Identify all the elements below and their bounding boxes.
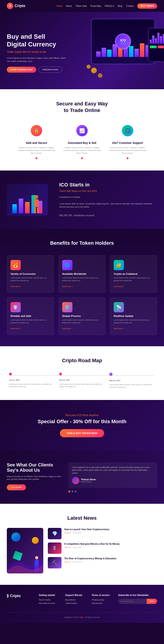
testimonial-right: Cras vestibulum at us amet amet sollicit… [68,462,157,492]
benefit-currencies-title: Variety of Currencies [10,272,50,275]
ico-percent: +2.4% [120,42,126,44]
navbar: ₿ Cripto Home About Token Sale Road Map … [0,0,164,12]
news-title-2[interactable]: 5 Competitors that give Bitcoin a Run fo… [64,542,120,546]
footer-bottom: Copyright © 2021 Cripto . All rights res… [7,612,157,618]
hero-visual: ICO +2.4% BUY SELL [73,14,164,87]
testimonial-left: See What Our Clients Say's About Us Etia… [7,462,62,492]
news-title-3[interactable]: The Rise of Cryptocurrency Mining in Edu… [64,557,116,560]
news-thumb-1: 💎 [48,528,62,539]
benefit-realtime-title: Realtime Update [114,314,154,317]
benefit-simple-link[interactable]: Read More > [62,328,73,330]
benefit-worldwide-link[interactable]: Read More > [62,286,73,288]
feature-safe: 🔒 Safe and Secure Vivamus rhoncus purus,… [16,123,57,159]
benefit-collateral-link[interactable]: Read More > [114,286,124,288]
news-section: Latest News [0,504,164,585]
nav-blog[interactable]: Blog [118,5,122,7]
dot-2[interactable] [72,490,73,492]
newsletter-input-group: SEND [118,599,157,604]
footer-col1-title: Getting started [39,594,60,596]
phone-screen: BUY SELL [148,28,164,62]
nav-pages[interactable]: PAGES ▾ [104,5,114,7]
benefit-reliable-link[interactable]: Read More > [10,328,21,330]
news-cat-3: ethereum [64,561,71,563]
newsletter-email-input[interactable] [118,599,147,604]
footer-link-need[interactable]: You need to know [39,602,60,604]
footer-link-how[interactable]: How it works [39,599,60,601]
realtime-icon: 📡 [114,302,124,312]
footer-brand-link[interactable]: Cripto [78,616,83,618]
benefit-simple: ⚙️ Simple Process Lorem ipsum dolor sit … [58,297,106,335]
roadmap-dot-2 [59,373,62,376]
start-trading-button[interactable]: START TRADING NOW [7,67,36,72]
news-meta-3: ethereum 21 Aug 2021 [64,561,116,563]
dot-3[interactable] [75,490,76,492]
benefits-title: Benefits for Token Holders [7,240,157,246]
join-buy-button[interactable]: JOIN & BUY TOKEN NOW [60,429,104,437]
news-title-1[interactable]: How to Launch Your Own Cryptocurrency [64,528,109,531]
benefit-currencies-body: Lorem ipsum dolor sit amet, viverra lacu… [10,276,50,282]
roadmap-dot-3 [109,373,112,376]
roadmap-date-1: Jan 01, 2021 [9,379,55,381]
ico-content: ICO Starts in Token Will Starts on Dec 3… [59,182,157,218]
buy-token-button[interactable]: BUY TOKEN [137,4,157,9]
nav-contact[interactable]: Contact [126,5,134,7]
news-item-1: 💎 How to Launch Your Own Cryptocurrency … [48,528,157,539]
news-visual [7,528,43,574]
phone-buy: BUY [150,46,157,48]
news-content-1: How to Launch Your Own Cryptocurrency et… [64,528,109,534]
roadmap-text-2: Lorem ipsum dolor sit amet, viverra lacu… [59,383,105,388]
roadmap-section: Cripto Road Map Jan 01, 2021 Lorem ipsum… [0,346,164,400]
currencies-icon: 💰 [10,260,21,270]
presentation-button[interactable]: PRESENTATION [38,66,62,73]
coin-3 [86,65,91,69]
news-thumb-2: ₿ [48,542,62,554]
benefit-reliable-body: Lorem ipsum dolor sit amet, viverra lacu… [10,319,50,324]
newsletter-send-button[interactable]: SEND [147,599,157,604]
benefit-currencies-link[interactable]: Read More > [10,286,21,288]
nav-road-map[interactable]: Road Map [90,5,101,7]
benefit-simple-title: Simple Process [62,314,102,317]
news-date-2: 19 Aug 2021 [72,546,82,548]
chart-icon: 📈 [76,125,88,136]
footer-link-buy[interactable]: Buy Bitcoin [65,599,87,601]
news-list: 💎 How to Launch Your Own Cryptocurrency … [48,528,157,574]
footer-link-disclosures[interactable]: Disclosures [92,602,114,604]
testimonial-text: Cras vestibulum at us amet amet sollicit… [72,466,154,475]
feature-safe-body: Vivamus rhoncus purus, vulputate a sagit… [16,146,57,154]
reliable-icon: 🛡️ [10,302,21,312]
support-icon: 🎧 [120,123,136,139]
dot-1[interactable] [68,490,70,492]
feature-safe-title: Safe and Secure [16,141,57,144]
footer-logo-text: Cripto [10,594,21,598]
news-content-2: 5 Competitors that give Bitcoin a Run fo… [64,542,120,548]
footer-col3-title: Terms of service [92,594,114,596]
news-title: Latest News [7,515,157,521]
feature-auto-body: Vivamus rhoncus purus, vulputate a sagit… [62,146,102,154]
token-date: Token Will Starts on Dec 3rd 2021 [59,189,157,193]
feature-support-body: Vivamus rhoncus purus, vulputate a sagit… [107,146,148,154]
contribution-amount: $46,345,789 contribution received [59,212,157,218]
worldwide-icon: 🌐 [62,260,72,270]
ico-visual [7,184,52,216]
news-3d-graphic [7,528,43,574]
newsletter-title: Subscribe to Our Newsletter [118,594,157,596]
see-more-button[interactable]: SEE MORE [7,484,26,490]
ico-label: ICO [120,38,126,42]
nav-token-sale[interactable]: Token Sale [76,5,87,7]
monitor-graphic: ICO +2.4% [91,19,155,64]
nav-about[interactable]: About [66,5,72,7]
benefit-simple-body: Lorem ipsum dolor sit amet, viverra lacu… [62,319,102,324]
benefits-section: Benefits for Token Holders 💰 Variety of … [0,229,164,346]
footer-cols: Getting started How it works You need to… [39,594,114,606]
collateral-icon: 🔐 [114,260,124,270]
news-thumb-3: ⛏️ [48,557,62,568]
news-cat-2: ethereum [64,546,71,548]
benefit-worldwide-body: Lorem ipsum dolor sit amet, viverra lacu… [62,276,102,282]
author-title-text: Bitcoin Miner [81,481,96,483]
footer-link-privacy[interactable]: Privacy policy [92,599,114,601]
benefit-realtime-link[interactable]: Read More > [114,328,124,330]
safe-icon: 🔒 [28,123,44,139]
nav-home[interactable]: Home [56,5,62,7]
footer-col2-title: Support Bitcoin [65,594,87,596]
footer-link-scams[interactable]: Avoid Scams [65,602,87,604]
